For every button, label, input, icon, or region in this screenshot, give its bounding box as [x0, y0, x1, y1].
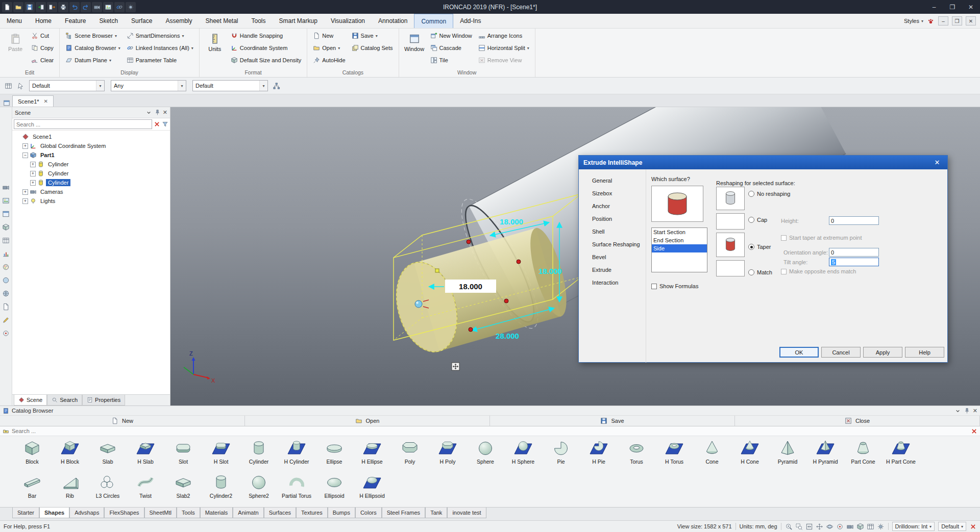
catalog-item-block[interactable]: Block — [13, 438, 51, 472]
pan-button[interactable] — [816, 523, 823, 530]
zoom-in-button[interactable] — [785, 523, 793, 530]
size-density-button[interactable] — [856, 523, 864, 530]
edit-grid-icon[interactable] — [5, 82, 12, 90]
catalog-item-torus[interactable]: Torus — [618, 438, 655, 472]
catalog-item-l3-circles[interactable]: L3 Circles — [89, 472, 127, 506]
catalog-tab-colors[interactable]: Colors — [355, 508, 382, 518]
match-radio[interactable]: Match — [748, 269, 772, 275]
link-button[interactable] — [114, 2, 125, 12]
menu-tab-tools[interactable]: Tools — [245, 14, 273, 28]
dialog-nav-position[interactable]: Position — [579, 213, 646, 225]
datum-plane-button[interactable]: Datum Plane▾ — [62, 54, 123, 66]
catalog-tab-starter[interactable]: Starter — [12, 508, 39, 518]
tree-item-cylinder[interactable]: +Cylinder — [12, 178, 170, 187]
catalog-tab-shapes[interactable]: Shapes — [39, 508, 69, 518]
catalog-tab-tank[interactable]: Tank — [425, 508, 447, 518]
dialog-nav-sizebox[interactable]: Sizebox — [579, 187, 646, 200]
cap-radio[interactable]: Cap — [748, 217, 767, 223]
catalog-item-partial-torus[interactable]: Partial Torus — [278, 472, 315, 506]
export-button[interactable] — [47, 2, 57, 12]
dialog-nav-anchor[interactable]: Anchor — [579, 200, 646, 213]
paw-help-icon[interactable] — [927, 17, 935, 25]
pin-icon[interactable] — [964, 407, 970, 414]
left-tool-parameter-table-button[interactable] — [2, 237, 10, 244]
catalog-item-slot[interactable]: Slot — [164, 438, 202, 472]
print-button[interactable] — [58, 2, 68, 12]
panel-tab-search[interactable]: Search — [47, 395, 82, 406]
linked-instances-all-button[interactable]: Linked Instances (All)▾ — [124, 42, 197, 54]
style-combo-1[interactable]: Any▾ — [111, 80, 186, 91]
menu-tab-feature[interactable]: Feature — [58, 14, 92, 28]
show-formulas-checkbox[interactable]: Show Formulas — [651, 283, 714, 289]
catalog-item-bar[interactable]: Bar — [13, 472, 51, 506]
catalog-item-pyramid[interactable]: Pyramid — [769, 438, 806, 472]
remove-view-button[interactable]: Remove View — [475, 54, 532, 66]
menu-tab-visualization[interactable]: Visualization — [324, 14, 372, 28]
menu-tab-sketch[interactable]: Sketch — [92, 14, 125, 28]
catalog-item-rib[interactable]: Rib — [51, 472, 89, 506]
left-tool-window-button[interactable] — [2, 210, 10, 218]
save-doc-button[interactable] — [24, 2, 35, 12]
styles-dropdown[interactable]: Styles▾ — [904, 18, 923, 24]
no-reshaping-radio[interactable]: No reshaping — [748, 191, 790, 197]
left-tool-camera-button[interactable] — [2, 184, 10, 191]
assembly-structure-icon[interactable] — [273, 82, 280, 90]
image-button[interactable] — [103, 2, 113, 12]
catalog-tab-bumps[interactable]: Bumps — [328, 508, 355, 518]
expand-toggle[interactable]: + — [22, 198, 28, 204]
autohide-button[interactable]: AutoHide — [310, 54, 348, 66]
smartdimensions-button[interactable]: SmartDimensions▾ — [124, 30, 197, 42]
catalog-item-h-part-cone[interactable]: H Part Cone — [882, 438, 920, 472]
orbit-button[interactable] — [826, 523, 834, 530]
dialog-nav-surface-reshaping[interactable]: Surface Reshaping — [579, 238, 646, 251]
menu-tab-common[interactable]: Common — [414, 14, 453, 28]
catalog-item-h-pie[interactable]: H Pie — [580, 438, 618, 472]
ok-button[interactable]: OK — [779, 347, 819, 358]
tree-item-scene1[interactable]: Scene1 — [12, 132, 170, 141]
tilt-angle-input[interactable]: 5 — [829, 258, 879, 266]
select-cursor-icon[interactable] — [17, 82, 24, 90]
clear-search-icon[interactable] — [971, 427, 977, 435]
catalog-tab-advshaps[interactable]: Advshaps — [69, 508, 104, 518]
catalog-item-h-cylinder[interactable]: H Cylinder — [278, 438, 315, 472]
catalog-tab-surfaces[interactable]: Surfaces — [264, 508, 296, 518]
window-close-button[interactable]: ✕ — [962, 0, 980, 14]
clear-search-icon[interactable] — [154, 121, 160, 128]
style-combo-2[interactable]: Default▾ — [192, 80, 268, 91]
catalog-item-poly[interactable]: Poly — [391, 438, 429, 472]
start-taper-checkbox[interactable]: Start taper at extremum point — [781, 235, 862, 241]
catalog-tab-steel-frames[interactable]: Steel Frames — [382, 508, 425, 518]
expand-toggle[interactable]: + — [22, 143, 28, 149]
tree-item-cameras[interactable]: +Cameras — [12, 187, 170, 196]
catalog-browser-button[interactable]: Catalog Browser▾ — [62, 42, 123, 54]
menu-tab-smart-markup[interactable]: Smart Markup — [273, 14, 324, 28]
camera-button[interactable] — [92, 2, 102, 12]
arrange-icons-button[interactable]: Arrange Icons — [475, 30, 532, 42]
left-tool-target-button[interactable] — [2, 330, 10, 337]
default-size-and-density-button[interactable]: Default Size and Density — [228, 54, 304, 66]
settings-button[interactable] — [126, 2, 136, 12]
parent-folder-icon[interactable] — [3, 427, 9, 435]
dialog-nav-interaction[interactable]: Interaction — [579, 276, 646, 289]
import-button[interactable] — [36, 2, 46, 12]
left-tool-image-button[interactable] — [2, 197, 10, 205]
left-tool-globe-button[interactable] — [2, 290, 10, 297]
menu-tab-surface[interactable]: Surface — [125, 14, 159, 28]
collapse-toggle[interactable]: − — [22, 153, 28, 158]
style-combo-0[interactable]: Default▾ — [29, 80, 105, 91]
catalog-item-h-poly[interactable]: H Poly — [429, 438, 467, 472]
chevron-down-icon[interactable] — [954, 407, 961, 414]
catalog-item-h-sphere[interactable]: H Sphere — [504, 438, 542, 472]
catalog-item-sphere2[interactable]: Sphere2 — [240, 472, 278, 506]
drilldown-dropdown[interactable]: Drilldown: Int▾ — [892, 522, 935, 531]
open-button[interactable]: Open▾ — [310, 42, 348, 54]
scene-browser-button[interactable]: Scene Browser▾ — [62, 30, 123, 42]
cut-button[interactable]: Cut — [28, 30, 57, 42]
catalog-item-twist[interactable]: Twist — [127, 472, 164, 506]
redo-button[interactable] — [81, 2, 91, 12]
tile-button[interactable]: Tile — [427, 54, 475, 66]
catalog-item-h-slot[interactable]: H Slot — [202, 438, 240, 472]
help-button[interactable]: Help — [905, 347, 944, 358]
menu-tab-menu[interactable]: Menu — [0, 14, 29, 28]
catalog-item-h-ellipse[interactable]: H Ellipse — [353, 438, 391, 472]
